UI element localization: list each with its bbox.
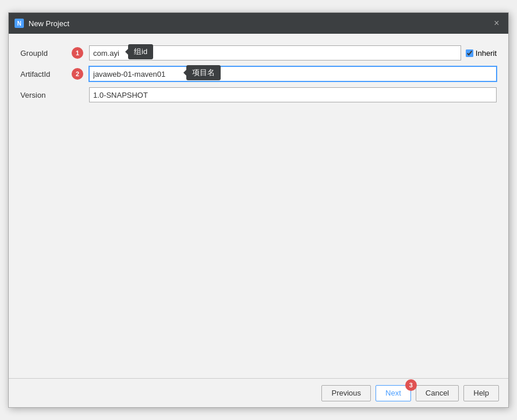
form-area: GroupId 1 组id Inherit ArtifactId 2 项目名	[20, 45, 497, 102]
project-icon: N	[15, 19, 24, 28]
artifactid-label: ArtifactId	[20, 70, 73, 79]
badge-2: 2	[72, 68, 83, 80]
dialog-footer: Previous Next 3 Cancel Help	[9, 378, 508, 407]
dialog-title: New Project	[29, 19, 69, 28]
artifactid-row: ArtifactId 2 项目名	[20, 66, 497, 81]
groupid-inherit: Inherit	[466, 49, 497, 58]
artifactid-input[interactable]	[89, 66, 497, 81]
version-row: Version	[20, 87, 497, 102]
version-input[interactable]	[89, 87, 497, 102]
groupid-row: GroupId 1 组id Inherit	[20, 45, 497, 60]
badge-1: 1	[72, 47, 83, 59]
title-bar-left: N New Project	[15, 19, 69, 28]
cancel-button[interactable]: Cancel	[416, 385, 459, 401]
version-label: Version	[20, 91, 73, 99]
dialog-body: GroupId 1 组id Inherit ArtifactId 2 项目名	[9, 34, 508, 378]
groupid-input[interactable]	[89, 45, 461, 60]
groupid-label: GroupId	[20, 49, 73, 58]
help-button[interactable]: Help	[463, 385, 499, 401]
new-project-dialog: N New Project × GroupId 1 组id Inherit	[8, 12, 509, 408]
badge-3: 3	[405, 379, 417, 391]
next-button-wrapper: Next 3	[376, 385, 411, 401]
close-button[interactable]: ×	[491, 17, 502, 29]
previous-button[interactable]: Previous	[321, 385, 371, 401]
groupid-inherit-label: Inherit	[476, 49, 497, 58]
groupid-inherit-checkbox[interactable]	[466, 49, 473, 57]
title-bar: N New Project ×	[9, 13, 508, 34]
